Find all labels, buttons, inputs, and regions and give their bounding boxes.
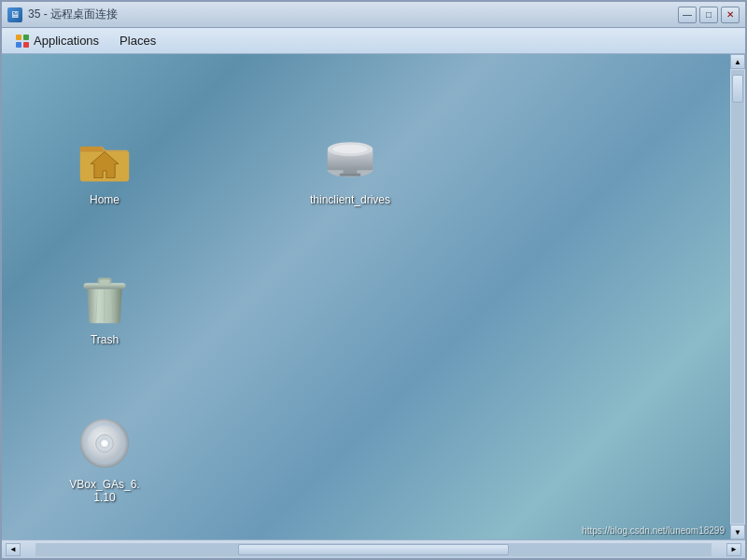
scroll-up-arrow[interactable]: ▲ xyxy=(730,54,745,69)
title-bar-left: 🖥 35 - 远程桌面连接 xyxy=(7,7,118,22)
scroll-thumb[interactable] xyxy=(732,75,743,103)
close-button[interactable]: ✕ xyxy=(721,7,740,23)
applications-menu[interactable]: Applications xyxy=(6,31,108,51)
vbox-icon[interactable]: VBox_GAs_6.1.10 xyxy=(63,413,147,505)
menu-bar: Applications Places xyxy=(2,28,745,54)
places-label: Places xyxy=(120,34,156,48)
window-icon: 🖥 xyxy=(7,7,22,22)
svg-rect-17 xyxy=(99,279,109,284)
vertical-scrollbar[interactable]: ▲ ▼ xyxy=(730,54,745,539)
title-bar: 🖥 35 - 远程桌面连接 — □ ✕ xyxy=(2,2,745,28)
svg-point-23 xyxy=(102,441,107,446)
scroll-left-arrow[interactable]: ◄ xyxy=(6,543,21,556)
trash-image xyxy=(75,269,134,329)
url-bar: https://blog.csdn.net/luneom18299 xyxy=(582,525,725,536)
home-icon[interactable]: Home xyxy=(63,129,147,207)
window-frame: 🖥 35 - 远程桌面连接 — □ ✕ Applications Places xyxy=(0,0,747,560)
svg-rect-15 xyxy=(84,283,126,289)
thinclient-drives-icon[interactable]: thinclient_drives xyxy=(299,129,402,207)
home-label: Home xyxy=(86,192,123,207)
scroll-down-arrow[interactable]: ▼ xyxy=(730,525,745,539)
horizontal-scroll-thumb[interactable] xyxy=(238,544,509,555)
svg-rect-1 xyxy=(23,35,29,40)
vbox-label: VBox_GAs_6.1.10 xyxy=(63,477,147,505)
maximize-button[interactable]: □ xyxy=(699,7,718,23)
scroll-right-arrow[interactable]: ► xyxy=(726,543,741,556)
trash-icon[interactable]: Trash xyxy=(63,269,147,347)
title-bar-buttons: — □ ✕ xyxy=(678,7,740,23)
svg-rect-11 xyxy=(340,174,360,176)
drive-image xyxy=(320,129,380,189)
cd-image xyxy=(75,413,134,473)
svg-rect-2 xyxy=(16,42,21,48)
svg-rect-10 xyxy=(344,170,358,174)
desktop: ▲ ▼ xyxy=(2,54,745,539)
minimize-button[interactable]: — xyxy=(678,7,697,23)
horizontal-scrollbar[interactable]: ◄ ► xyxy=(2,539,745,558)
places-menu[interactable]: Places xyxy=(110,31,165,50)
applications-icon xyxy=(15,34,30,49)
thinclient-label: thinclient_drives xyxy=(306,192,394,207)
svg-rect-3 xyxy=(23,42,29,48)
home-folder-image xyxy=(75,129,134,189)
applications-label: Applications xyxy=(34,34,99,48)
horizontal-scroll-track xyxy=(35,543,712,556)
window-title: 35 - 远程桌面连接 xyxy=(28,7,118,22)
trash-label: Trash xyxy=(87,332,122,347)
scroll-track xyxy=(731,70,744,524)
svg-point-9 xyxy=(332,145,367,153)
svg-rect-0 xyxy=(16,35,21,40)
